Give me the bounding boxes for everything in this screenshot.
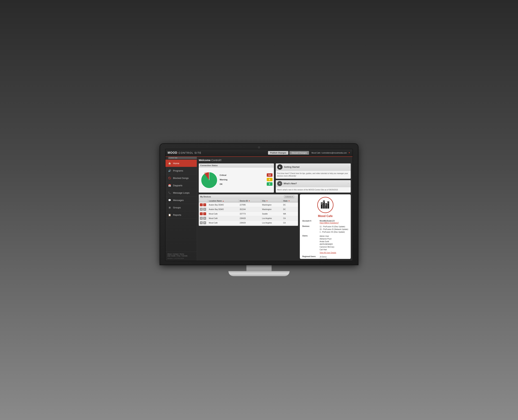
groups-icon: ⊞ [168,206,171,209]
connection-status-menu-icon[interactable]: ··· [271,164,272,166]
play-button[interactable]: ▶ [277,164,282,170]
home-icon: 🏠 [168,162,171,165]
svg-rect-11 [323,202,324,203]
table-row[interactable]: ✕ ✕ Mood Café 238429 Los Angeles CA [199,221,298,225]
device-icon-1: ✕ [200,208,203,211]
discard-button[interactable]: Discard Changes [289,151,309,155]
device-city: Seattle [261,212,282,216]
col-icons [199,199,208,203]
account-regional-user-item: Jil Demo [320,255,336,258]
col-state[interactable]: State ▼ [282,199,298,203]
about-link[interactable]: About [167,253,172,255]
table-row[interactable]: ✕ ✕ Mood Café 238426 Chicago IL [199,225,298,226]
device-icons-cell: ♪ ~ [199,212,208,216]
columns-button[interactable]: Columns ▾ [284,195,294,198]
ok-badge: 0 [267,182,273,186]
table-row[interactable]: ✕ ✕ Avalon Bay DEMO 352244 Washington DC [199,207,298,212]
device-location: Mood Cafe [208,212,239,216]
device-state: IL [282,225,298,226]
critical-label: Critical [220,174,226,176]
connection-status-card: Connection Status ··· [199,164,274,193]
col-device-id[interactable]: Device ID ▼ [239,199,261,203]
whats-new-menu-icon[interactable]: ··· [348,182,349,185]
sidebar: Control Site 🏠 Home 🔊 Programs 🚫 Blocked… [166,157,197,261]
critical-badge: 12 [267,173,273,177]
account-card: Mood Cafe Account #: MoodMyStudio123 Hav… [300,194,351,259]
sidebar-item-dayparts[interactable]: 📅 Dayparts [166,182,197,189]
user-guide-link[interactable]: User Guide [167,255,175,257]
device-state: WA [282,212,298,216]
account-number-value: MoodMyStudio123 Have Billing Questions? [320,220,339,224]
billing-link[interactable]: Have Billing Questions? [320,222,339,224]
getting-started-menu-icon[interactable]: ··· [348,166,349,168]
account-devices-label: Devices: [302,225,319,233]
devices-body[interactable]: Location Name ▲ Device ID ▼ [199,199,298,226]
view-all-users-link[interactable]: View All User Details [320,251,336,254]
devices-table: Location Name ▲ Device ID ▼ [199,199,298,226]
main-layout: Control Site 🏠 Home 🔊 Programs 🚫 Blocked… [166,157,352,261]
table-row[interactable]: ♪ ~ Avalon Bay DEMO 227095 Washington DC [199,203,298,207]
tutorials-link[interactable]: Tutorials [181,255,187,257]
top-bar: MOOD : CONTROL SITE Publish Changes Disc… [166,149,352,157]
top-section: Connection Status ··· [199,164,351,193]
sidebar-item-reports-label: Reports [173,214,181,216]
device-location: Avalon Bay DEMO [208,207,239,212]
col-location[interactable]: Location Name ▲ [208,199,239,203]
sidebar-item-programs[interactable]: 🔊 Programs [166,167,197,174]
device-icon-1: ♪ [200,212,203,215]
status-critical: Critical 12 [220,173,273,177]
svg-rect-15 [328,202,328,202]
device-state: CA [282,221,298,225]
svg-rect-13 [326,204,326,204]
connection-status-body: Critical 12 Warning 0 [199,168,274,193]
whats-new-text: Here's what's new in this version of the… [277,189,350,191]
publish-button[interactable]: Publish Changes [268,151,288,155]
sidebar-item-message-loops-label: Message Loops [173,191,190,194]
status-warning: Warning 0 [220,178,273,181]
device-city: Los Angeles [261,216,282,221]
svg-rect-14 [326,205,326,205]
device-id: 238428 [239,216,261,221]
sidebar-item-programs-label: Programs [173,169,183,172]
devices-table-header-row: Location Name ▲ Device ID ▼ [199,199,298,203]
account-number-label: Account #: [302,220,319,224]
account-regional-user-item: Johnny Test [320,258,336,259]
device-state: DC [282,203,298,207]
logo-colon: : [177,151,178,154]
account-devices-value: 11 - ProFusion IS (Disc Update)15 - ProF… [320,225,348,233]
sidebar-item-blocked-songs[interactable]: 🚫 Blocked Songs [166,174,197,182]
warning-label: Warning [220,179,228,181]
device-icon-2: ✕ [203,208,206,211]
account-number: MoodMyStudio123 [320,220,339,222]
sort-desc-icon-city: ▼ [266,200,268,202]
table-row[interactable]: ♪ ~ Mood Cafe 337773 Seattle WA [199,212,298,216]
svg-rect-7 [321,203,322,203]
user-dropdown-icon[interactable]: ▼ [348,151,350,154]
table-row[interactable]: ✕ ✕ Mood Café 238428 Los Angeles CA [199,216,298,221]
status-list: Critical 12 Warning 0 [220,173,273,187]
getting-started-text: First time here? Check here for tips, gu… [277,172,350,177]
account-user-item: Admin User [320,235,336,238]
getting-started-header-inner: ▶ Getting Started [277,164,300,170]
terms-link[interactable]: Terms [180,253,184,255]
faq-link[interactable]: FAQ [177,255,180,257]
contact-link[interactable]: Contact [173,253,178,255]
sidebar-item-home[interactable]: 🏠 Home [166,160,197,167]
account-regional-label: Regional Users: [302,255,319,259]
account-users-value: Admin UserAdrianne PryorAnida GurlitANIT… [320,235,336,254]
col-city[interactable]: City ▼ [261,199,282,203]
device-city: Washington [261,207,282,212]
logo-mood: MOOD [168,151,177,154]
sidebar-item-messages[interactable]: 💬 Messages [166,196,197,204]
sidebar-item-message-loops[interactable]: 📞 Message Loops [166,189,197,196]
sidebar-item-groups[interactable]: ⊞ Groups [166,204,197,211]
play-icon: ▶ [279,166,281,168]
devices-controls: Columns ▾ ··· [284,195,297,198]
account-user-item: ANITA BENNER [320,243,336,246]
devices-menu-icon[interactable]: ··· [295,196,297,198]
device-icon-1: ♪ [200,203,203,206]
device-icons-cell: ♪ ~ [199,203,208,207]
account-user-item: Adrianne Pryor [320,238,336,240]
sidebar-item-reports[interactable]: 📋 Reports [166,211,197,219]
star-button[interactable]: ✦ [277,181,282,186]
